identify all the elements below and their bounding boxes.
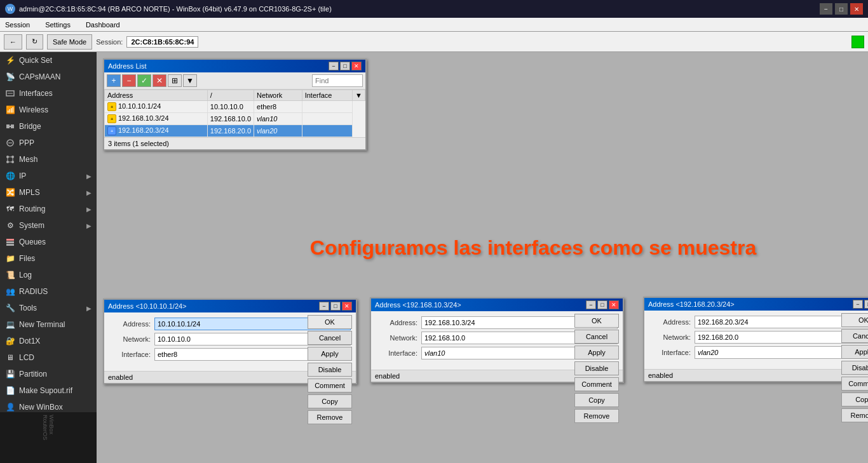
dialog2-remove-button[interactable]: Remove (574, 409, 619, 423)
sidebar-item-ppp[interactable]: PPP (0, 135, 97, 151)
dialog1-comment-button[interactable]: Comment (308, 379, 352, 393)
sidebar-label-dot1x: Dot1X (19, 337, 40, 346)
copy-list-button[interactable]: ⊞ (168, 74, 182, 87)
sidebar-item-mesh[interactable]: Mesh (0, 151, 97, 168)
maximize-button[interactable]: □ (835, 3, 848, 15)
table-row[interactable]: +10.10.10.1/24 10.10.10.0 ether8 (105, 101, 365, 113)
dialog1-disable-button[interactable]: Disable (308, 363, 352, 377)
addr-list-maximize[interactable]: □ (340, 62, 350, 70)
dialog2-copy-button[interactable]: Copy (574, 393, 619, 407)
dialog3-comment-button[interactable]: Comment (841, 377, 868, 391)
dialog1-copy-button[interactable]: Copy (308, 394, 352, 408)
cell-extra (302, 101, 352, 113)
sidebar-item-quick-set[interactable]: ⚡ Quick Set (0, 52, 97, 69)
sidebar-item-log[interactable]: 📜 Log (0, 267, 97, 283)
dialog2-controls[interactable]: − □ ✕ (586, 300, 619, 309)
dialog3-network-group: Network: ▲ (644, 331, 868, 344)
quick-set-icon: ⚡ (5, 55, 15, 65)
dialog2-status: enabled (375, 372, 400, 380)
refresh-button[interactable]: ↻ (26, 34, 43, 50)
dialog2-cancel-button[interactable]: Cancel (574, 330, 619, 344)
interfaces-icon (5, 88, 15, 98)
sidebar-item-capsman[interactable]: 📡 CAPsMAAN (0, 69, 97, 85)
remove-address-button[interactable]: − (122, 74, 136, 87)
dialog2-comment-button[interactable]: Comment (574, 377, 619, 391)
delete-button[interactable]: ✕ (153, 74, 166, 87)
dialog2-disable-button[interactable]: Disable (574, 361, 619, 375)
dialog3-copy-button[interactable]: Copy (841, 393, 868, 406)
sidebar-item-lcd[interactable]: 🖥 LCD (0, 349, 97, 366)
dialog3-controls[interactable]: − □ ✕ (853, 300, 868, 309)
addr-list-minimize[interactable]: − (329, 62, 339, 70)
dialog2-minimize[interactable]: − (586, 300, 596, 309)
dialog1-apply-button[interactable]: Apply (308, 347, 352, 361)
dialog3-ok-button[interactable]: OK (841, 313, 868, 327)
dialog3-address-group: Address: (644, 316, 868, 328)
dialog-window-1: Address <10.10.10.1/24> − □ ✕ Address: N… (103, 299, 357, 384)
close-button[interactable]: ✕ (850, 3, 863, 15)
queues-icon (5, 237, 15, 247)
dialog3-apply-button[interactable]: Apply (841, 345, 868, 359)
dialog2-apply-button[interactable]: Apply (574, 346, 619, 359)
menu-session[interactable]: Session (3, 20, 32, 30)
sidebar-item-mpls[interactable]: 🔀 MPLS ▶ (0, 184, 97, 201)
content-area: Configuramos las interfaces como se mues… (97, 52, 868, 463)
ip-icon: 🌐 (5, 171, 15, 181)
dialog2-ok-button[interactable]: OK (574, 314, 619, 328)
dialog1-controls[interactable]: − □ ✕ (319, 302, 352, 311)
title-bar-controls[interactable]: − □ ✕ (820, 3, 863, 15)
find-input[interactable] (312, 74, 363, 87)
dialog1-ok-button[interactable]: OK (308, 315, 352, 329)
menu-dashboard[interactable]: Dashboard (83, 20, 123, 30)
check-button[interactable]: ✓ (137, 74, 151, 87)
filter-button[interactable]: ▼ (183, 74, 197, 87)
minimize-button[interactable]: − (820, 3, 832, 15)
sidebar-item-tools[interactable]: 🔧 Tools ▶ (0, 300, 97, 316)
address-list-controls[interactable]: − □ ✕ (329, 62, 362, 70)
dialog1-maximize[interactable]: □ (330, 302, 341, 311)
sidebar-item-radius[interactable]: 👥 RADIUS (0, 283, 97, 300)
toolbar: ← ↻ Safe Mode Session: 2C:C8:1B:65:8C:94 (0, 32, 868, 52)
dialog3-maximize[interactable]: □ (864, 300, 868, 309)
dialog2-close[interactable]: ✕ (609, 300, 619, 309)
dialog1-cancel-button[interactable]: Cancel (308, 331, 352, 345)
dialog2-maximize[interactable]: □ (597, 300, 607, 309)
mesh-icon (5, 154, 15, 164)
sidebar-item-interfaces[interactable]: Interfaces (0, 85, 97, 102)
cell-address: +192.168.10.3/24 (105, 113, 208, 125)
sidebar-item-system[interactable]: ⚙ System ▶ (0, 217, 97, 234)
sidebar-label-interfaces: Interfaces (19, 89, 53, 98)
dialog3-interface-label: Interface: (649, 349, 691, 356)
table-row[interactable]: +192.168.10.3/24 192.168.10.0 vlan10 (105, 113, 365, 125)
sidebar-item-ip[interactable]: 🌐 IP ▶ (0, 168, 97, 184)
sidebar-item-files[interactable]: 📁 Files (0, 250, 97, 267)
table-row[interactable]: +192.168.20.3/24 192.168.20.0 vlan20 (105, 125, 365, 137)
log-icon: 📜 (5, 270, 15, 280)
dialog1-remove-button[interactable]: Remove (308, 410, 352, 424)
dialog1-close[interactable]: ✕ (342, 302, 352, 311)
sidebar-item-make-supout[interactable]: 📄 Make Supout.rif (0, 382, 97, 399)
sidebar-item-wireless[interactable]: 📶 Wireless (0, 102, 97, 118)
menu-settings[interactable]: Settings (43, 20, 73, 30)
cell-network: 192.168.20.0 (207, 125, 254, 137)
add-address-button[interactable]: + (107, 74, 121, 87)
sidebar-item-dot1x[interactable]: 🔐 Dot1X (0, 333, 97, 349)
back-button[interactable]: ← (4, 34, 22, 50)
dialog1-minimize[interactable]: − (319, 302, 329, 311)
dialog3-cancel-button[interactable]: Cancel (841, 329, 868, 343)
svg-rect-3 (11, 124, 14, 128)
addr-list-close[interactable]: ✕ (351, 62, 362, 70)
sidebar-item-queues[interactable]: Queues (0, 234, 97, 250)
dialog3-minimize[interactable]: − (853, 300, 863, 309)
sidebar-item-routing[interactable]: 🗺 Routing ▶ (0, 201, 97, 217)
dialog3-disable-button[interactable]: Disable (841, 361, 868, 375)
sidebar-item-new-terminal[interactable]: 💻 New Terminal (0, 316, 97, 333)
col-address: Address (105, 90, 208, 101)
sidebar-item-bridge[interactable]: Bridge (0, 118, 97, 135)
bridge-icon (5, 121, 15, 131)
sidebar-item-partition[interactable]: 💾 Partition (0, 366, 97, 382)
safe-mode-button[interactable]: Safe Mode (47, 34, 92, 50)
sidebar-label-mpls: MPLS (19, 188, 40, 197)
sidebar-label-system: System (19, 221, 44, 230)
dialog3-remove-button[interactable]: Remove (841, 408, 868, 422)
